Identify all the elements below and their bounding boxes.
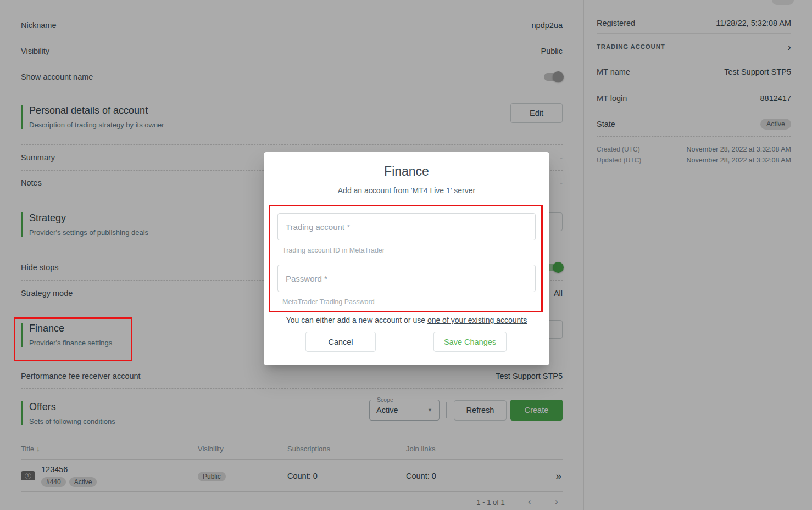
- password-helper: MetaTrader Trading Password: [282, 298, 375, 306]
- modal-hint: You can either add a new account or use …: [264, 316, 549, 324]
- provider-settings-page: Nickname npdp2ua Visibility Public Show …: [0, 0, 812, 510]
- save-changes-button[interactable]: Save Changes: [433, 332, 507, 352]
- cancel-button[interactable]: Cancel: [305, 332, 376, 352]
- trading-account-input[interactable]: [277, 213, 536, 240]
- hint-text: You can either add a new account or use: [286, 316, 425, 324]
- finance-modal: Finance Add an account from 'MT4 Live 1'…: [264, 152, 549, 365]
- existing-accounts-link[interactable]: one of your existing accounts: [427, 316, 527, 324]
- trading-account-helper: Trading account ID in MetaTrader: [282, 246, 385, 254]
- modal-title: Finance: [264, 164, 549, 179]
- modal-subtitle: Add an account from 'MT4 Live 1' server: [264, 186, 549, 195]
- password-input[interactable]: [277, 265, 536, 292]
